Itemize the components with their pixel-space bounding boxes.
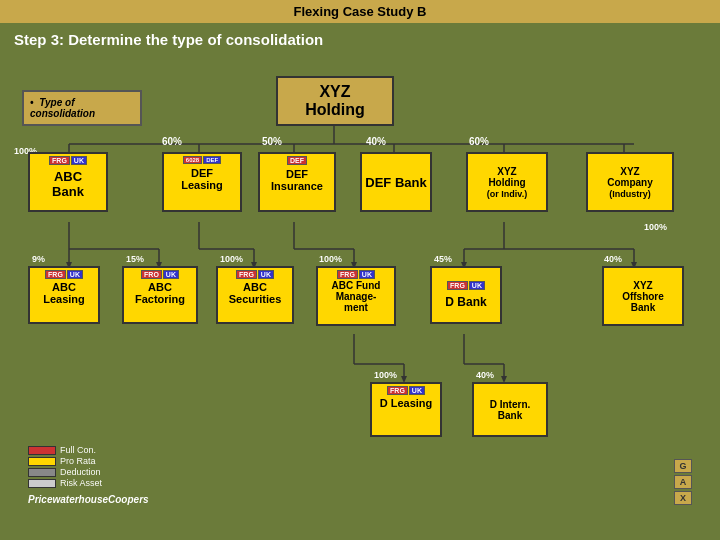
d-bank-tag-frg: FRG (447, 281, 468, 290)
def-ins-tag: DEF (287, 156, 307, 165)
pwc-logo-text: PricewaterhouseCoopers (28, 494, 149, 505)
corner-icon-g[interactable]: G (674, 459, 692, 473)
legend-pro-rata: Pro Rata (28, 456, 102, 466)
pct-xyz-offshore: 40% (604, 254, 622, 264)
d-intern-bank-label: D Intern.Bank (490, 399, 531, 421)
abc-sec-tag-uk: UK (258, 270, 274, 279)
xyz-line1: XYZ (286, 83, 384, 101)
pct-d-leasing: 100% (374, 370, 397, 380)
corner-icon-a[interactable]: A (674, 475, 692, 489)
abc-factoring-label: ABCFactoring (126, 281, 194, 305)
bullet-box: • Type of consolidation (22, 90, 142, 126)
abc-leasing-node: FRG UK ABCLeasing (28, 266, 100, 324)
d-intern-bank-node: D Intern.Bank (472, 382, 548, 437)
legend-full-con-label: Full Con. (60, 445, 96, 455)
abc-bank-tag-uk: UK (71, 156, 87, 165)
pct-d-intern: 40% (476, 370, 494, 380)
abc-factoring-node: FRO UK ABCFactoring (122, 266, 198, 324)
abc-securities-node: FRG UK ABCSecurities (216, 266, 294, 324)
d-leasing-tag-uk: UK (409, 386, 425, 395)
abc-factoring-tag-uk: UK (163, 270, 179, 279)
pct-def-bank: 40% (366, 136, 386, 147)
def-leasing-tag1: 6028 (183, 156, 202, 164)
pct-abc-leasing: 9% (32, 254, 45, 264)
legend-full-con: Full Con. (28, 445, 102, 455)
abc-bank-tag-frg: FRG (49, 156, 70, 165)
legend-pro-rata-color (28, 457, 56, 466)
main-content: Step 3: Determine the type of consolidat… (0, 23, 720, 513)
pct-xyz-indiv: 60% (469, 136, 489, 147)
abc-leasing-label: ABCLeasing (32, 281, 96, 305)
xyz-offshore-node: XYZOffshoreBank (602, 266, 684, 326)
def-leasing-tag2: DEF (203, 156, 221, 164)
abc-fund-tag-frg: FRG (337, 270, 358, 279)
legend-deduction-color (28, 468, 56, 477)
def-bank-node: DEF Bank (360, 152, 432, 212)
xyz-company-node: XYZCompany(Industry) (586, 152, 674, 212)
legend-deduction: Deduction (28, 467, 102, 477)
bullet-dot: • (30, 97, 34, 108)
abc-leasing-tag-uk: UK (67, 270, 83, 279)
diagram-area: • Type of consolidation XYZ Holding 100%… (14, 54, 706, 509)
xyz-line2: Holding (286, 101, 384, 119)
d-leasing-label: D Leasing (374, 397, 438, 409)
pwc-logo: PricewaterhouseCoopers (28, 494, 149, 505)
xyz-indiv-label: XYZHolding(or Indiv.) (487, 166, 527, 199)
legend-risk-asset: Risk Asset (28, 478, 102, 488)
xyz-indiv-node: XYZHolding(or Indiv.) (466, 152, 548, 212)
xyz-holding-box: XYZ Holding (276, 76, 394, 126)
title-bar: Flexing Case Study B (0, 0, 720, 23)
legend-risk-asset-label: Risk Asset (60, 478, 102, 488)
legend-risk-asset-color (28, 479, 56, 488)
corner-icon-x[interactable]: X (674, 491, 692, 505)
pct-xyz-company: 100% (644, 222, 667, 232)
legend-pro-rata-label: Pro Rata (60, 456, 96, 466)
abc-factoring-tag-fro: FRO (141, 270, 162, 279)
pct-def-leasing: 60% (162, 136, 182, 147)
bullet-label: Type of consolidation (30, 97, 95, 119)
pct-abc-sec: 100% (220, 254, 243, 264)
corner-icons: G A X (674, 459, 692, 505)
pct-abc-factoring: 15% (126, 254, 144, 264)
pct-def-insurance: 50% (262, 136, 282, 147)
def-bank-label: DEF Bank (365, 175, 426, 190)
def-insurance-label: DEFInsurance (262, 168, 332, 192)
def-leasing-node: 6028 DEF DEFLeasing (162, 152, 242, 212)
abc-securities-label: ABCSecurities (220, 281, 290, 305)
abc-sec-tag-frg: FRG (236, 270, 257, 279)
step-title: Step 3: Determine the type of consolidat… (14, 31, 706, 48)
legend: Full Con. Pro Rata Deduction Risk Asset (28, 445, 102, 489)
d-bank-tag-uk: UK (469, 281, 485, 290)
xyz-offshore-label: XYZOffshoreBank (622, 280, 664, 313)
d-leasing-tag-frg: FRG (387, 386, 408, 395)
d-leasing-node: FRG UK D Leasing (370, 382, 442, 437)
title-text: Flexing Case Study B (294, 4, 427, 19)
pct-d-bank: 45% (434, 254, 452, 264)
abc-leasing-tag-frg: FRG (45, 270, 66, 279)
d-bank-label: D Bank (445, 295, 486, 309)
legend-deduction-label: Deduction (60, 467, 101, 477)
d-bank-node: FRG UK D Bank (430, 266, 502, 324)
def-insurance-node: DEF DEFInsurance (258, 152, 336, 212)
legend-full-con-color (28, 446, 56, 455)
def-leasing-label: DEFLeasing (166, 167, 238, 191)
abc-fund-tag-uk: UK (359, 270, 375, 279)
xyz-company-label: XYZCompany(Industry) (607, 166, 653, 199)
abc-fund-node: FRG UK ABC FundManage-ment (316, 266, 396, 326)
abc-bank-node: FRG UK ABCBank (28, 152, 108, 212)
abc-bank-label: ABCBank (32, 169, 104, 199)
pct-abc-fund: 100% (319, 254, 342, 264)
abc-fund-label: ABC FundManage-ment (320, 280, 392, 313)
